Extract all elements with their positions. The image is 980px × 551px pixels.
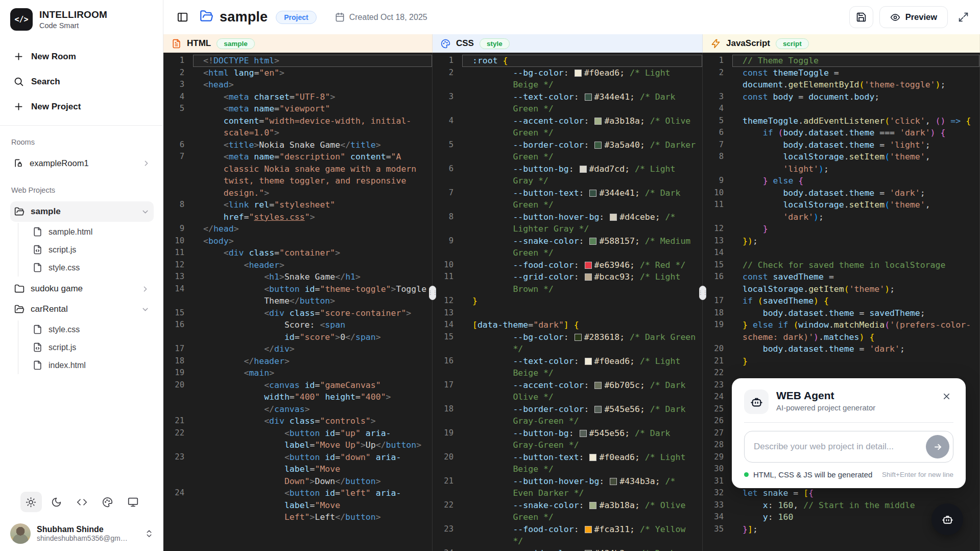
line-content[interactable]: <div class="controls"> — [193, 415, 432, 427]
code-line[interactable]: 6--button-bg: #dad7cd; /* Light Gray */ — [433, 163, 702, 187]
preview-button[interactable]: Preview — [879, 6, 948, 28]
line-content[interactable]: } — [462, 295, 702, 307]
code-line[interactable]: 15<div class="score-container"> — [163, 307, 432, 319]
code-line[interactable]: 3<head> — [163, 79, 432, 91]
line-content[interactable]: <h1>Snake Game</h1> — [193, 271, 432, 283]
line-content[interactable] — [462, 307, 702, 319]
file-sample-html[interactable]: sample.html — [31, 223, 154, 241]
code-line[interactable]: 24--grid-color: #434b3a; /* Dark Olive *… — [433, 547, 702, 551]
line-content[interactable]: --grid-color: #bcac93; /* Light Brown */ — [462, 271, 702, 295]
line-content[interactable]: <button id="down" aria-label="Move Down"… — [193, 451, 432, 488]
line-content[interactable]: </head> — [193, 223, 432, 235]
line-content[interactable]: body.dataset.theme = 'dark'; — [732, 343, 979, 355]
code-line[interactable]: 3const body = document.body; — [703, 91, 979, 103]
line-content[interactable]: Score: <span id="score">0</span> — [193, 319, 432, 343]
code-line[interactable]: 16const savedTheme = localStorage.getIte… — [703, 271, 979, 295]
system-theme-button[interactable] — [123, 492, 144, 512]
code-line[interactable]: 4--accent-color: #a3b18a; /* Olive Green… — [433, 115, 702, 139]
agent-fab-button[interactable] — [931, 503, 963, 535]
code-line[interactable]: 16Score: <span id="score">0</span> — [163, 319, 432, 343]
close-button[interactable] — [940, 389, 953, 405]
code-line[interactable]: 12<header> — [163, 259, 432, 271]
panel-resize-handle[interactable]: ⋮⋮ — [699, 286, 706, 300]
code-line[interactable]: 13 — [433, 307, 702, 319]
fullscreen-button[interactable] — [958, 12, 969, 22]
line-content[interactable]: }); — [732, 235, 979, 247]
line-content[interactable]: } — [732, 223, 979, 235]
code-line[interactable]: 10body.dataset.theme = 'dark'; — [703, 187, 979, 199]
code-line[interactable]: 8--button-hover-bg: #d4cebe; /* Lighter … — [433, 211, 702, 235]
line-content[interactable]: <div class="score-container"> — [193, 307, 432, 319]
line-content[interactable]: } else if (window.matchMedia('(prefers-c… — [732, 319, 979, 343]
line-content[interactable]: body.dataset.theme = savedTheme; — [732, 307, 979, 319]
line-content[interactable]: <html lang="en"> — [193, 67, 432, 79]
line-content[interactable]: :root { — [462, 55, 702, 67]
code-line[interactable]: 23<button id="down" aria-label="Move Dow… — [163, 451, 432, 488]
line-content[interactable]: // Check for saved theme in localStorage — [732, 259, 979, 271]
sidebar-item-exampleroom1[interactable]: exampleRoom1 — [10, 153, 154, 173]
code-line[interactable]: 23--food-color: #fca311; /* Yellow */ — [433, 523, 702, 547]
code-line[interactable]: 1// Theme Toggle — [703, 55, 979, 67]
project-carrental[interactable]: carRental — [10, 299, 154, 319]
line-content[interactable]: // Theme Toggle — [732, 55, 979, 67]
code-line[interactable]: 8localStorage.setItem('theme', 'light'); — [703, 151, 979, 175]
chevron-right-icon[interactable] — [141, 285, 150, 293]
code-line[interactable]: 2const themeToggle = document.getElement… — [703, 67, 979, 91]
agent-prompt-input[interactable] — [744, 431, 953, 463]
line-content[interactable]: <meta charset="UTF-8"> — [193, 91, 432, 103]
sidebar-toggle-button[interactable] — [177, 11, 188, 23]
line-content[interactable]: --food-color: #fca311; /* Yellow */ — [462, 523, 702, 547]
file-script-js[interactable]: script.js — [31, 338, 154, 356]
code-line[interactable]: 11<div class="container"> — [163, 247, 432, 259]
code-line[interactable]: 22 — [703, 367, 979, 379]
file-script-js[interactable]: script.js — [31, 241, 154, 259]
line-content[interactable]: <header> — [193, 259, 432, 271]
code-line[interactable]: 1<!DOCTYPE html> — [163, 55, 432, 67]
line-content[interactable]: } else { — [732, 175, 979, 187]
project-sudoku-game[interactable]: sudoku game — [10, 279, 154, 299]
code-line[interactable]: 13}); — [703, 235, 979, 247]
code-line[interactable]: 17</div> — [163, 343, 432, 355]
line-content[interactable]: --snake-color: #a3b18a; /* Olive Green *… — [462, 499, 702, 523]
code-line[interactable]: 5<meta name="viewport" content="width=de… — [163, 103, 432, 139]
palette-theme-button[interactable] — [97, 492, 118, 512]
line-content[interactable]: --snake-color: #588157; /* Medium Green … — [462, 235, 702, 259]
code-line[interactable]: 18body.dataset.theme = savedTheme; — [703, 307, 979, 319]
line-content[interactable]: --button-bg: #dad7cd; /* Light Gray */ — [462, 163, 702, 187]
line-content[interactable]: <!DOCTYPE html> — [193, 55, 432, 67]
line-content[interactable]: <button id="up" aria-label="Move Up">Up<… — [193, 427, 432, 451]
line-content[interactable]: --button-hover-bg: #d4cebe; /* Lighter G… — [462, 211, 702, 235]
code-line[interactable]: 11--grid-color: #bcac93; /* Light Brown … — [433, 271, 702, 295]
code-line[interactable]: 14<button id="theme-toggle">Toggle Theme… — [163, 283, 432, 307]
line-content[interactable]: const savedTheme = localStorage.getItem(… — [732, 271, 979, 295]
line-content[interactable]: const body = document.body; — [732, 91, 979, 103]
line-content[interactable]: --bg-color: #283618; /* Dark Green */ — [462, 331, 702, 355]
line-content[interactable] — [732, 247, 979, 259]
chevron-down-icon[interactable] — [141, 305, 150, 314]
code-line[interactable]: 17--accent-color: #6b705c; /* Dark Olive… — [433, 379, 702, 403]
file-index-html[interactable]: index.html — [31, 356, 154, 374]
new-room-button[interactable]: New Room — [10, 46, 154, 67]
line-content[interactable]: themeToggle.addEventListener('click', ()… — [732, 115, 979, 127]
code-line[interactable]: 15// Check for saved theme in localStora… — [703, 259, 979, 271]
code-line[interactable]: 22<button id="up" aria-label="Move Up">U… — [163, 427, 432, 451]
dark-theme-button[interactable] — [46, 492, 67, 512]
new-project-button[interactable]: New Project — [10, 96, 154, 117]
line-content[interactable]: <main> — [193, 367, 432, 379]
project-sample[interactable]: sample — [10, 201, 154, 222]
code-line[interactable]: 1:root { — [433, 55, 702, 67]
line-content[interactable]: <meta name="viewport" content="width=dev… — [193, 103, 432, 139]
code-line[interactable]: 32let snake = [{ — [703, 487, 979, 499]
code-line[interactable]: 9</head> — [163, 223, 432, 235]
code-line[interactable]: 18--border-color: #545e56; /* Dark Gray-… — [433, 403, 702, 427]
line-content[interactable]: [data-theme="dark"] { — [462, 319, 702, 331]
html-code-editor[interactable]: 1<!DOCTYPE html>2<html lang="en">3<head>… — [163, 53, 433, 551]
code-line[interactable]: 10--food-color: #e63946; /* Red */ — [433, 259, 702, 271]
line-content[interactable]: --button-hover-bg: #434b3a; /* Even Dark… — [462, 475, 702, 499]
code-line[interactable]: 12} — [703, 223, 979, 235]
line-content[interactable]: localStorage.setItem('theme', 'dark'); — [732, 199, 979, 223]
code-line[interactable]: 6<title>Nokia Snake Game</title> — [163, 139, 432, 151]
code-line[interactable]: 14 — [703, 247, 979, 259]
line-content[interactable]: } — [732, 355, 979, 368]
code-line[interactable]: 12} — [433, 295, 702, 307]
